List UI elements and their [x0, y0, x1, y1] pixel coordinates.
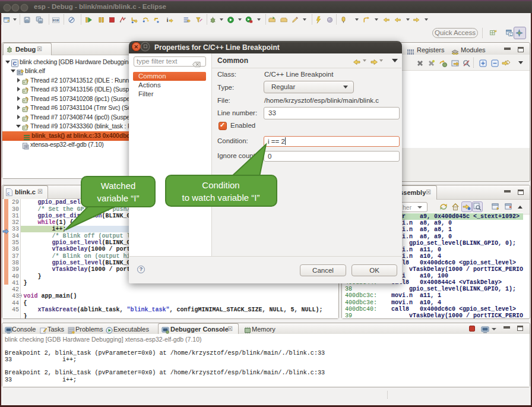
svg-text:to watch variable “I”: to watch variable “I”	[182, 193, 260, 203]
svg-text:Watched: Watched	[101, 181, 136, 191]
svg-text:C: C	[510, 33, 512, 36]
svg-text:i: i	[167, 17, 168, 23]
svg-text:c: c	[7, 191, 10, 196]
svg-text:variable “I”: variable “I”	[97, 193, 140, 203]
svg-text:010: 010	[53, 18, 59, 23]
svg-text:C: C	[13, 61, 17, 67]
svg-text:Condition: Condition	[202, 180, 239, 190]
